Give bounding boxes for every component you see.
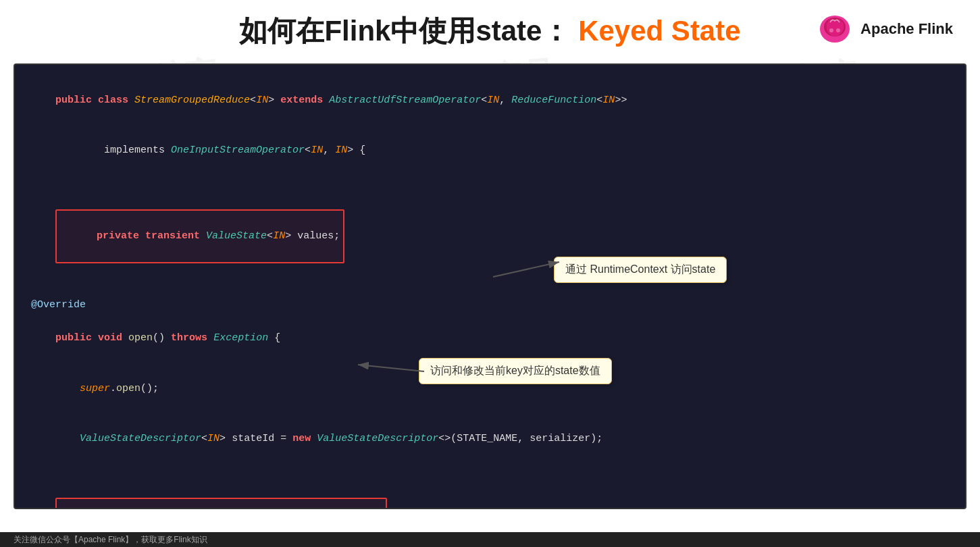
svg-line-5 (493, 262, 559, 277)
page-title: 如何在Flink中使用state： Keyed State (239, 12, 740, 50)
flink-brain-icon (817, 10, 854, 47)
title-prefix: 如何在Flink中使用state： (239, 15, 570, 47)
svg-point-3 (836, 28, 840, 32)
code-line-1: public class StreamGroupedReduce<IN> ext… (31, 76, 949, 126)
bottom-text: 关注微信公众号【Apache Flink】，获取更多Flink知识 (14, 534, 207, 546)
bottom-bar: 关注微信公众号【Apache Flink】，获取更多Flink知识 (0, 532, 980, 547)
code-line-3 (31, 176, 949, 193)
tooltip-runtime-context: 通过 RuntimeContext 访问state (554, 257, 727, 283)
arrow-tooltip1 (486, 250, 567, 284)
code-line-9: ValueStateDescriptor<IN> stateId = new V… (31, 414, 949, 464)
arrow-tooltip2 (351, 355, 432, 382)
code-line-6: @Override (31, 297, 949, 314)
code-line-2: implements OneInputStreamOperator<IN, IN… (31, 126, 949, 176)
tooltip-state-access: 访问和修改当前key对应的state数值 (419, 358, 612, 384)
code-line-10: values = getRuntimeContext().getState(st… (31, 464, 949, 509)
code-line-7: public void open() throws Exception { (31, 314, 949, 364)
code-block: public class StreamGroupedReduce<IN> ext… (14, 63, 966, 509)
flink-logo-label: Apache Flink (860, 20, 953, 38)
title-highlight: Keyed State (578, 15, 740, 47)
header: 如何在Flink中使用state： Keyed State Apache Fli… (0, 0, 980, 57)
apache-flink-logo: Apache Flink (817, 10, 953, 47)
svg-line-7 (358, 365, 424, 371)
svg-point-2 (829, 28, 833, 32)
